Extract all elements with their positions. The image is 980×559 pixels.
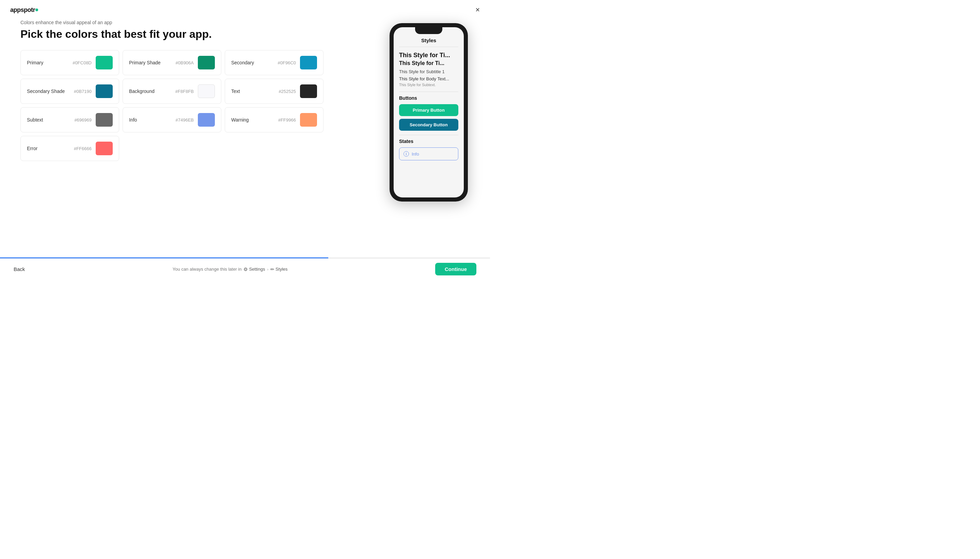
color-hex-primary-shade: #0B906A bbox=[176, 60, 194, 65]
color-swatch-info bbox=[198, 113, 215, 127]
page-title: Pick the colors that best fit your app. bbox=[20, 28, 374, 41]
color-card-warning[interactable]: Warning #FF9966 bbox=[225, 107, 323, 132]
phone-notch bbox=[415, 27, 442, 34]
settings-icon: ⚙ bbox=[243, 266, 248, 272]
color-label-text: Text bbox=[231, 89, 275, 94]
phone-secondary-button[interactable]: Secondary Button bbox=[399, 119, 459, 131]
color-card-primary-shade[interactable]: Primary Shade #0B906A bbox=[122, 50, 221, 75]
styles-label: Styles bbox=[275, 266, 287, 272]
color-card-background[interactable]: Background #F8F8FB bbox=[122, 79, 221, 104]
color-swatch-primary bbox=[96, 56, 113, 69]
color-swatch-text bbox=[300, 84, 317, 98]
color-swatch-secondary bbox=[300, 56, 317, 69]
color-label-subtext: Subtext bbox=[27, 117, 70, 122]
color-swatch-background bbox=[198, 84, 215, 98]
styles-icon: ✏ bbox=[270, 266, 275, 272]
color-card-subtext[interactable]: Subtext #696969 bbox=[20, 107, 119, 132]
color-swatch-subtext bbox=[96, 113, 113, 127]
color-row-4: Error #FF6666 bbox=[20, 136, 374, 161]
right-panel: Styles This Style for Ti... This Style f… bbox=[388, 20, 470, 202]
phone-title-1: This Style for Ti... bbox=[399, 52, 459, 59]
settings-link[interactable]: ⚙ Settings bbox=[243, 266, 265, 272]
color-hex-error: #FF6666 bbox=[74, 146, 92, 151]
color-card-text[interactable]: Text #252525 bbox=[225, 79, 323, 104]
color-card-secondary-shade[interactable]: Secondary Shade #0B7190 bbox=[20, 79, 119, 104]
phone-divider-2 bbox=[399, 135, 459, 135]
color-hex-text: #252525 bbox=[278, 89, 296, 94]
color-hex-subtext: #696969 bbox=[74, 117, 92, 122]
phone-screen-header: Styles bbox=[399, 38, 459, 47]
color-hex-warning: #FF9966 bbox=[278, 117, 296, 122]
header: appspotr × bbox=[0, 0, 490, 20]
phone-primary-button[interactable]: Primary Button bbox=[399, 104, 459, 116]
color-label-warning: Warning bbox=[231, 117, 274, 122]
info-icon: i bbox=[404, 151, 409, 157]
phone-mockup: Styles This Style for Ti... This Style f… bbox=[389, 23, 468, 202]
color-swatch-primary-shade bbox=[198, 56, 215, 69]
color-card-info[interactable]: Info #7496EB bbox=[122, 107, 221, 132]
color-hex-background: #F8F8FB bbox=[175, 89, 194, 94]
color-swatch-warning bbox=[300, 113, 317, 127]
color-card-secondary[interactable]: Secondary #0F96C0 bbox=[225, 50, 323, 75]
phone-info-box: i Info bbox=[399, 147, 459, 160]
footer: Back You can always change this later in… bbox=[0, 258, 490, 280]
phone-subtext: This Style for Subtext. bbox=[399, 83, 459, 87]
color-hex-secondary: #0F96C0 bbox=[278, 60, 296, 65]
footer-text: You can always change this later in bbox=[173, 266, 242, 272]
color-card-error[interactable]: Error #FF6666 bbox=[20, 136, 119, 161]
color-row-2: Secondary Shade #0B7190 Background #F8F8… bbox=[20, 79, 374, 104]
footer-center: You can always change this later in ⚙ Se… bbox=[173, 266, 288, 272]
phone-buttons-section: Buttons bbox=[399, 95, 459, 101]
close-button[interactable]: × bbox=[475, 6, 480, 13]
color-label-background: Background bbox=[129, 89, 171, 94]
color-label-secondary: Secondary bbox=[231, 60, 274, 65]
styles-link[interactable]: ✏ Styles bbox=[270, 266, 287, 272]
color-swatch-secondary-shade bbox=[96, 84, 113, 98]
logo: appspotr bbox=[10, 7, 38, 13]
color-grid: Primary #0FC08D Primary Shade #0B906A Se… bbox=[20, 50, 374, 161]
chevron-icon: › bbox=[267, 267, 268, 271]
logo-dot bbox=[35, 8, 38, 11]
color-hex-info: #7496EB bbox=[176, 117, 194, 122]
settings-label: Settings bbox=[249, 266, 265, 272]
main-content: Colors enhance the visual appeal of an a… bbox=[0, 20, 490, 202]
color-row-1: Primary #0FC08D Primary Shade #0B906A Se… bbox=[20, 50, 374, 75]
color-row-3: Subtext #696969 Info #7496EB Warning #FF… bbox=[20, 107, 374, 132]
phone-subtitle: This Style for Subtitle 1 bbox=[399, 69, 459, 74]
color-label-error: Error bbox=[27, 146, 70, 151]
continue-button[interactable]: Continue bbox=[435, 263, 477, 275]
color-card-primary[interactable]: Primary #0FC08D bbox=[20, 50, 119, 75]
phone-title-2: This Style for Ti... bbox=[399, 60, 459, 66]
color-label-info: Info bbox=[129, 117, 172, 122]
color-swatch-error bbox=[96, 142, 113, 155]
logo-text: appspotr bbox=[10, 7, 35, 13]
phone-info-label: Info bbox=[412, 152, 419, 157]
page-subtitle: Colors enhance the visual appeal of an a… bbox=[20, 20, 374, 25]
phone-states-section: States bbox=[399, 139, 459, 144]
back-button[interactable]: Back bbox=[13, 266, 25, 272]
phone-body: This Style for Body Text... bbox=[399, 76, 459, 81]
color-hex-primary: #0FC08D bbox=[73, 60, 92, 65]
color-label-secondary-shade: Secondary Shade bbox=[27, 89, 70, 94]
color-label-primary: Primary bbox=[27, 60, 68, 65]
color-hex-secondary-shade: #0B7190 bbox=[74, 89, 92, 94]
color-label-primary-shade: Primary Shade bbox=[129, 60, 172, 65]
phone-screen: Styles This Style for Ti... This Style f… bbox=[394, 27, 464, 197]
left-panel: Colors enhance the visual appeal of an a… bbox=[20, 20, 374, 202]
